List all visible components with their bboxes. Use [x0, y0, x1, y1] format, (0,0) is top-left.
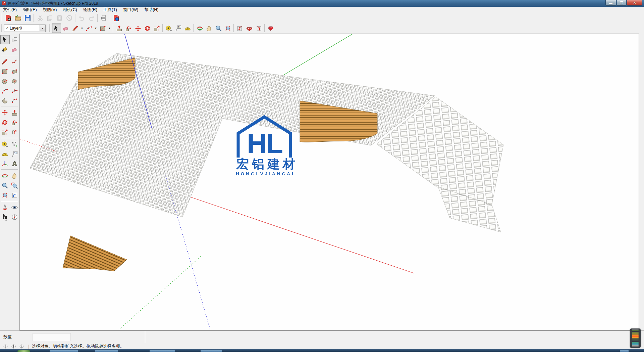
ruby-extension-button[interactable]	[266, 24, 275, 33]
follow-me-palette-button[interactable]	[10, 118, 19, 127]
signin-icon[interactable]	[19, 344, 24, 349]
move-palette-button[interactable]	[0, 108, 10, 117]
make-component-palette-button[interactable]	[10, 35, 19, 44]
tool-dropdown-arrow[interactable]: ▼	[80, 24, 84, 33]
layer-combobox[interactable]: ✓ Layer0 ▼	[4, 25, 46, 32]
walk-palette-button[interactable]	[0, 212, 10, 222]
start-orb[interactable]	[17, 350, 30, 352]
orbit-tool-button[interactable]	[195, 24, 204, 33]
position-camera-palette-button[interactable]	[0, 203, 10, 212]
zoom-tool-button[interactable]	[214, 24, 223, 33]
walkthrough-button[interactable]	[245, 24, 254, 33]
print-button[interactable]	[99, 13, 109, 23]
pan-tool-button[interactable]	[204, 24, 214, 33]
status-bar: | 选择对象。切换到扩充选择。拖动鼠标选择多项。	[0, 343, 644, 349]
save-button[interactable]	[23, 13, 33, 23]
zoom-extents-icon	[1, 192, 8, 199]
select-palette-button[interactable]	[0, 35, 10, 44]
text-tool-icon: A1	[175, 25, 182, 32]
look-around-palette-button[interactable]	[10, 203, 19, 212]
arc-tool-palette-button[interactable]	[0, 86, 10, 95]
menu-item-8[interactable]: 帮助(H)	[141, 7, 161, 13]
section-plane-palette-button[interactable]	[10, 212, 19, 222]
eraser-palette-button[interactable]	[10, 45, 19, 54]
new-button[interactable]	[3, 13, 13, 23]
minimize-button[interactable]: ▬	[605, 0, 616, 6]
model-viewport[interactable]: HL 宏铝建材 HONGLVJIANCAI	[19, 34, 639, 331]
taskbar-button[interactable]	[150, 350, 175, 352]
freehand-palette-button[interactable]	[10, 57, 19, 66]
move-tool-button[interactable]	[133, 24, 143, 33]
arc-tool-button[interactable]	[84, 24, 94, 33]
toolbar-grip[interactable]	[1, 14, 2, 22]
push-pull-palette-button[interactable]	[10, 108, 19, 117]
next-view-button[interactable]	[254, 24, 263, 33]
scale-palette-button[interactable]	[0, 127, 10, 137]
protractor-palette-button[interactable]	[0, 149, 10, 159]
taskbar-button[interactable]	[201, 350, 222, 352]
chevron-down-icon[interactable]: ▼	[40, 25, 45, 31]
tool-dropdown-arrow[interactable]: ▼	[94, 24, 98, 33]
maximize-button[interactable]: ❐	[616, 0, 627, 6]
pie-tool-palette-button[interactable]	[0, 96, 10, 105]
previous-view-button[interactable]	[235, 24, 245, 33]
rotated-rect-palette-button[interactable]	[10, 67, 19, 76]
orbit-icon	[196, 25, 203, 32]
zoom-window-palette-button[interactable]	[10, 181, 19, 190]
menu-item-4[interactable]: 相机(C)	[60, 7, 80, 13]
line-palette-button[interactable]	[0, 57, 10, 66]
menu-item-6[interactable]: 工具(T)	[100, 7, 120, 13]
select-tool-button[interactable]	[52, 24, 61, 33]
line-tool-button[interactable]	[70, 24, 80, 33]
rotate-palette-button[interactable]	[0, 118, 10, 127]
rect-tool-palette-button[interactable]	[0, 67, 10, 76]
taskbar-button[interactable]	[620, 350, 629, 352]
cut-button	[35, 13, 45, 23]
open-folder-icon	[14, 14, 21, 21]
geolocation-icon[interactable]	[3, 344, 8, 349]
text-tool-palette-button[interactable]: A1	[10, 149, 19, 159]
eraser-tool-button[interactable]	[61, 24, 70, 33]
close-button[interactable]: ✕	[627, 0, 642, 6]
offset-palette-button[interactable]	[10, 127, 19, 137]
zoom-palette-button[interactable]	[0, 181, 10, 190]
zoom-extents-palette-button[interactable]	[0, 190, 10, 200]
taskbar-button[interactable]	[50, 350, 78, 352]
menu-item-3[interactable]: 视图(V)	[40, 7, 60, 13]
pan-palette-button[interactable]	[10, 171, 19, 180]
taskbar-button[interactable]	[95, 350, 118, 352]
scale-tool-button[interactable]	[152, 24, 161, 33]
3d-text-palette-button[interactable]	[10, 159, 19, 168]
pushpull-tool-button[interactable]	[114, 24, 124, 33]
measurements-input[interactable]	[33, 333, 71, 341]
previous-view-palette-button[interactable]	[10, 190, 19, 200]
dimension-palette-button[interactable]	[10, 139, 19, 149]
paint-palette-button[interactable]	[0, 45, 10, 54]
rotate-tool-button[interactable]	[143, 24, 152, 33]
credit-icon[interactable]	[11, 344, 16, 349]
menu-item-7[interactable]: 窗口(W)	[120, 7, 141, 13]
menu-item-2[interactable]: 编辑(E)	[20, 7, 40, 13]
two-point-arc-palette-button[interactable]	[10, 86, 19, 95]
tape-measure-button[interactable]	[164, 24, 173, 33]
toolbar-grip[interactable]	[1, 24, 2, 32]
text-tool-button[interactable]: A1	[173, 24, 183, 33]
orbit-palette-button[interactable]	[0, 171, 10, 180]
tape-measure-palette-button[interactable]	[0, 139, 10, 149]
protractor-tool-button[interactable]	[183, 24, 192, 33]
polygon-tool-palette-button[interactable]	[10, 76, 19, 86]
menu-item-1[interactable]: 文件(F)	[0, 7, 20, 13]
open-button[interactable]	[13, 13, 23, 23]
main-area: A1	[0, 34, 644, 331]
three-point-arc-palette-button[interactable]	[10, 96, 19, 105]
zoom-extents-button[interactable]	[223, 24, 232, 33]
menu-item-5[interactable]: 绘图(R)	[80, 7, 100, 13]
rectangle-tool-button[interactable]	[98, 24, 107, 33]
toolbar-grip[interactable]	[49, 24, 51, 32]
axes-palette-button[interactable]	[0, 159, 10, 168]
circle-tool-palette-button[interactable]	[0, 76, 10, 86]
followme-tool-button[interactable]	[124, 24, 133, 33]
toolbar-separator	[233, 24, 234, 32]
tool-dropdown-arrow[interactable]: ▼	[107, 24, 112, 33]
model-info-button[interactable]: i	[111, 13, 121, 23]
